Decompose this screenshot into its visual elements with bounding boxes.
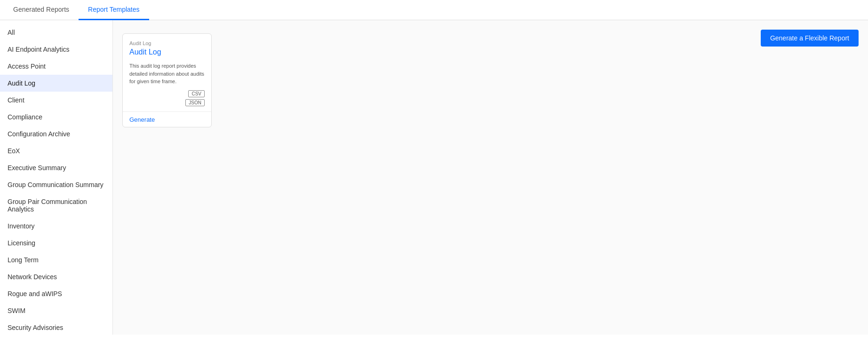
card-badges: CSVJSON — [129, 90, 205, 106]
sidebar-item-access-point[interactable]: Access Point — [0, 58, 112, 75]
cards-area: Audit LogAudit LogThis audit log report … — [122, 33, 859, 127]
top-tabs: Generated Reports Report Templates — [0, 0, 868, 20]
report-card-footer: Generate — [123, 111, 211, 127]
card-title: Audit Log — [129, 48, 205, 56]
sidebar-item-eox[interactable]: EoX — [0, 142, 112, 159]
sidebar-item-executive-summary[interactable]: Executive Summary — [0, 159, 112, 176]
sidebar-item-swim[interactable]: SWIM — [0, 302, 112, 319]
tab-generated-reports[interactable]: Generated Reports — [4, 0, 79, 20]
report-card-body: Audit LogAudit LogThis audit log report … — [123, 34, 211, 111]
top-action: Generate a Flexible Report — [761, 30, 859, 47]
sidebar-item-group-comm-summary[interactable]: Group Communication Summary — [0, 176, 112, 193]
sidebar-item-inventory[interactable]: Inventory — [0, 218, 112, 235]
generate-flexible-button[interactable]: Generate a Flexible Report — [761, 30, 859, 47]
sidebar-item-network-devices[interactable]: Network Devices — [0, 268, 112, 285]
generate-button[interactable]: Generate — [129, 116, 155, 123]
sidebar-item-all[interactable]: All — [0, 24, 112, 41]
sidebar-item-audit-log[interactable]: Audit Log — [0, 75, 112, 92]
sidebar-item-licensing[interactable]: Licensing — [0, 235, 112, 251]
card-category: Audit Log — [129, 40, 205, 46]
tab-report-templates[interactable]: Report Templates — [79, 0, 149, 20]
card-description: This audit log report provides detailed … — [129, 62, 205, 86]
sidebar-item-ai-endpoint[interactable]: AI Endpoint Analytics — [0, 41, 112, 58]
sidebar: AllAI Endpoint AnalyticsAccess PointAudi… — [0, 20, 113, 335]
main-layout: AllAI Endpoint AnalyticsAccess PointAudi… — [0, 20, 868, 335]
badge-json: JSON — [185, 99, 205, 106]
badge-csv: CSV — [188, 90, 205, 97]
sidebar-item-security-advisories[interactable]: Security Advisories — [0, 319, 112, 335]
sidebar-item-client[interactable]: Client — [0, 92, 112, 109]
content-area: Generate a Flexible Report Audit LogAudi… — [113, 20, 868, 335]
sidebar-item-group-pair-comm[interactable]: Group Pair Communication Analytics — [0, 193, 112, 218]
sidebar-item-config-archive[interactable]: Configuration Archive — [0, 125, 112, 142]
sidebar-item-long-term[interactable]: Long Term — [0, 251, 112, 268]
sidebar-item-rogue-awips[interactable]: Rogue and aWIPS — [0, 285, 112, 302]
report-card-audit-log-card: Audit LogAudit LogThis audit log report … — [122, 33, 212, 127]
sidebar-item-compliance[interactable]: Compliance — [0, 109, 112, 125]
